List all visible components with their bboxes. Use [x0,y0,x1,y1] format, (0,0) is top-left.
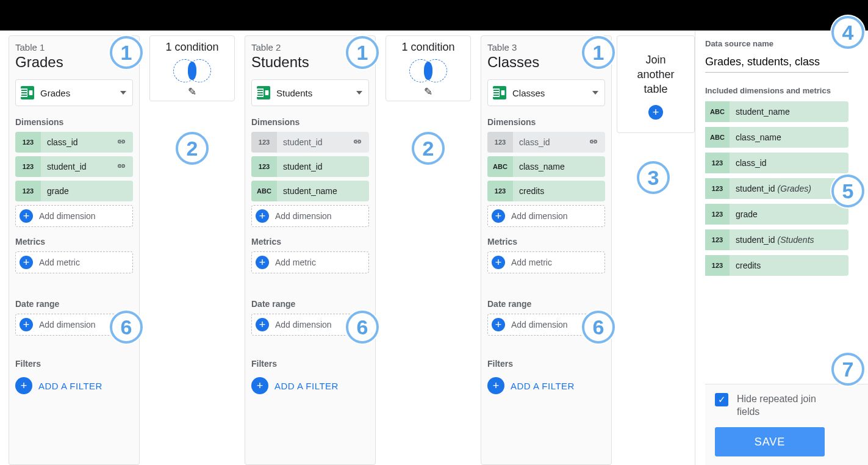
browser-tab-strip [0,0,868,31]
included-field-pill[interactable]: 123 student_id(Students [705,229,848,250]
included-field-pill[interactable]: 123 class_id [705,153,848,173]
field-type-badge: 123 [15,156,41,177]
plus-icon: + [20,256,33,269]
date-range-heading: Date range [487,299,605,309]
table-card-students: 1 6 Table 2 Students Students Dimensions… [245,35,376,465]
table-number-label: Table 2 [251,42,369,52]
save-panel: ✓ Hide repeated join fields SAVE [705,384,868,465]
filters-heading: Filters [487,359,605,369]
link-icon [588,137,599,146]
hide-repeated-checkbox[interactable]: ✓ [715,393,728,406]
metrics-heading: Metrics [251,237,369,247]
field-type-badge: ABC [705,127,730,148]
metrics-heading: Metrics [487,237,605,247]
filters-heading: Filters [251,359,369,369]
field-type-badge: 123 [251,156,277,177]
dimension-pill[interactable]: 123 student_id [251,156,369,177]
table-source-select[interactable]: Grades [15,79,133,106]
edit-icon: ✎ [386,85,470,98]
data-source-name-label: Data source name [705,39,868,48]
table-source-select[interactable]: Classes [487,79,605,106]
plus-icon: + [256,318,269,331]
add-metric-button[interactable]: + Add metric [487,251,605,273]
table-card-grades: 1 6 Table 1 Grades Grades Dimensions 123… [9,35,140,465]
add-filter-button[interactable]: + ADD A FILTER [251,373,369,398]
join-condition-card[interactable]: 1 condition ✎ [149,35,235,101]
add-metric-button[interactable]: + Add metric [251,251,369,273]
dimension-pill[interactable]: 123 student_id [251,132,369,153]
filters-heading: Filters [15,359,133,369]
field-type-badge: 123 [705,178,730,199]
field-label: student_id [277,137,352,147]
add-date-range-button[interactable]: + Add dimension [251,314,369,336]
field-type-badge: 123 [251,132,277,153]
field-type-badge: 123 [705,153,730,173]
dimensions-heading: Dimensions [251,117,369,127]
add-dimension-button[interactable]: + Add dimension [251,205,369,227]
add-date-range-button[interactable]: + Add dimension [487,314,605,336]
table-source-label: Classes [512,88,592,98]
table-number-label: Table 1 [15,42,133,52]
field-type-badge: ABC [487,156,513,177]
join-condition-card[interactable]: 1 condition ✎ [386,35,471,101]
callout-2: 2 [176,132,209,165]
dimension-pill[interactable]: 123 grade [15,181,133,201]
included-field-pill[interactable]: ABC class_name [705,127,848,148]
included-field-pill[interactable]: 123 grade [705,204,848,225]
table-source-label: Grades [40,88,120,98]
edit-icon: ✎ [150,85,234,98]
right-panel: Data source name Included dimensions and… [695,31,868,465]
plus-icon: + [648,105,663,120]
link-icon [116,162,127,170]
dimension-pill[interactable]: ABC student_name [251,181,369,201]
dimension-pill[interactable]: 123 credits [487,181,605,201]
dimension-pill[interactable]: 123 class_id [487,132,605,153]
plus-icon: + [492,209,505,223]
dimensions-heading: Dimensions [487,117,605,127]
plus-icon: + [492,318,505,331]
join-another-table-button[interactable]: Joinanothertable + [617,35,695,133]
hide-repeated-label: Hide repeated join fields [737,393,816,419]
included-field-pill[interactable]: 123 credits [705,255,848,276]
table-source-label: Students [276,88,356,98]
link-icon [116,137,127,146]
dimension-pill[interactable]: 123 class_id [15,132,133,153]
add-filter-button[interactable]: + ADD A FILTER [487,373,605,398]
plus-icon: + [487,377,504,394]
add-metric-button[interactable]: + Add metric [15,251,133,273]
chevron-down-icon [120,91,126,95]
field-type-badge: 123 [487,132,513,153]
field-type-badge: 123 [15,181,41,201]
field-type-badge: 123 [705,229,730,250]
field-label: student_id [277,162,369,171]
plus-icon: + [256,256,269,269]
field-label: class_id [41,137,116,147]
field-label: class_id [730,158,767,168]
plus-icon: + [20,318,33,331]
included-field-pill[interactable]: 123 student_id(Grades) [705,178,848,199]
field-type-badge: ABC [251,181,277,201]
callout-3: 3 [637,161,670,194]
join-another-label: Joinanothertable [637,52,674,97]
field-label: student_id(Students [730,235,814,245]
add-filter-button[interactable]: + ADD A FILTER [15,373,133,398]
data-source-name-input[interactable] [705,52,848,73]
add-dimension-button[interactable]: + Add dimension [15,205,133,227]
table-name: Classes [487,54,605,71]
table-card-classes: 1 6 Table 3 Classes Classes Dimensions 1… [481,35,612,465]
included-fields-heading: Included dimensions and metrics [705,86,868,95]
add-date-range-button[interactable]: + Add dimension [15,314,133,336]
field-type-badge: 123 [705,255,730,276]
dimension-pill[interactable]: ABC class_name [487,156,605,177]
table-number-label: Table 3 [487,42,605,52]
add-dimension-button[interactable]: + Add dimension [487,205,605,227]
included-field-pill[interactable]: ABC student_name [705,101,848,122]
field-label: student_id(Grades) [730,184,811,193]
field-type-badge: 123 [15,132,41,153]
dimension-pill[interactable]: 123 student_id [15,156,133,177]
chevron-down-icon [592,91,598,95]
callout-2: 2 [412,132,445,165]
save-button[interactable]: SAVE [715,427,825,456]
table-source-select[interactable]: Students [251,79,369,106]
chevron-down-icon [356,91,362,95]
